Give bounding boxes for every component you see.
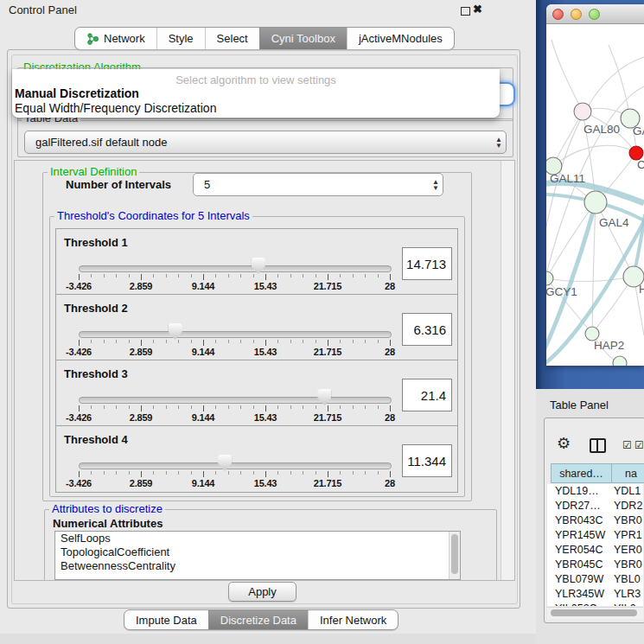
slider-track[interactable] xyxy=(79,462,392,469)
network-node[interactable] xyxy=(613,356,627,366)
slider-tick xyxy=(116,471,117,475)
attribute-list-item[interactable]: TopologicalCoefficient xyxy=(55,545,460,559)
tab-discretize-data[interactable]: Discretize Data xyxy=(208,610,308,629)
apply-button[interactable]: Apply xyxy=(228,582,296,602)
slider-tick xyxy=(303,274,303,277)
tab-infer-network[interactable]: Infer Network xyxy=(308,610,398,629)
table-panel-box: ⚙ ☑ ☑ shared… na YDL19…YDL1YDR27…YDR2YBR… xyxy=(544,418,644,623)
dropdown-option[interactable]: Equal Width/Frequency Discretization xyxy=(12,101,500,116)
node-label: GAL80 xyxy=(583,123,620,136)
table-row[interactable]: YER054CYER0 xyxy=(547,543,643,558)
threshold-value-field[interactable]: 6.316 xyxy=(402,313,452,346)
column-header-name[interactable]: na xyxy=(612,463,644,483)
attributes-scrollbar[interactable] xyxy=(449,532,460,579)
table-hscrollbar-thumb[interactable] xyxy=(551,609,637,616)
slider-track[interactable] xyxy=(79,265,392,272)
slider-tick xyxy=(141,340,142,346)
slider-tick xyxy=(328,340,328,346)
slider-tick xyxy=(79,274,80,280)
number-of-intervals-label: Number of Intervals xyxy=(66,178,171,191)
close-panel-icon[interactable]: ✖ xyxy=(473,3,482,16)
dropdown-option[interactable]: Manual Discretization xyxy=(12,86,500,101)
table-row[interactable]: YDL19…YDL1 xyxy=(547,484,643,499)
checkbox-icon[interactable]: ☑ xyxy=(622,439,632,451)
attribute-list-item[interactable]: SelfLoops xyxy=(55,532,460,545)
minimize-traffic-light[interactable] xyxy=(571,9,582,20)
close-traffic-light[interactable] xyxy=(552,9,564,20)
threshold-label: Threshold 1 xyxy=(64,236,128,249)
gear-icon[interactable]: ⚙ xyxy=(557,436,571,451)
table-row[interactable]: YBL079WYBL0 xyxy=(547,572,643,587)
slider-tick xyxy=(240,471,241,475)
slider-tick xyxy=(215,340,216,343)
tab-impute-data[interactable]: Impute Data xyxy=(124,610,208,629)
slider-tick xyxy=(277,340,278,343)
slider-tick xyxy=(340,274,341,277)
float-window-icon[interactable] xyxy=(461,7,470,16)
split-view-icon[interactable] xyxy=(590,438,606,453)
cell-name: YBR0 xyxy=(614,514,642,526)
table-row[interactable]: YLR345WYLR3 xyxy=(547,587,643,602)
slider-tick xyxy=(378,340,379,343)
table-data-combobox[interactable]: galFiltered.sif default node ▲▼ xyxy=(24,131,507,154)
slider-tick xyxy=(191,340,192,343)
slider-tick xyxy=(253,405,254,409)
tick-label: 28 xyxy=(359,478,421,488)
cell-shared-name: YDR27… xyxy=(555,500,601,512)
control-panel: Control Panel ✖ Network Style Select xyxy=(0,0,536,644)
slider-tick xyxy=(265,340,266,346)
settings-scrollbar[interactable] xyxy=(501,161,515,580)
tab-select[interactable]: Select xyxy=(205,28,259,49)
cell-name: YBL0 xyxy=(614,573,641,585)
network-node[interactable] xyxy=(574,103,591,120)
number-of-intervals-combobox[interactable]: 5 ▲▼ xyxy=(193,173,443,196)
attributes-scrollbar-thumb[interactable] xyxy=(451,534,458,574)
tab-jactivemnodules[interactable]: jActiveMNodules xyxy=(347,28,454,49)
network-canvas[interactable]: GAL80GACGAL11GAL4GCY1HHAP2 xyxy=(546,24,644,366)
threshold-value-field[interactable]: 21.4 xyxy=(402,379,452,411)
threshold-label: Threshold 4 xyxy=(64,433,128,446)
attribute-list-item[interactable]: BetweennessCentrality xyxy=(55,559,460,573)
combo-stepper-icon: ▲▼ xyxy=(429,179,443,191)
threshold-value-field[interactable]: 11.344 xyxy=(402,444,452,477)
network-node[interactable] xyxy=(546,271,553,285)
table-row[interactable]: YBR045CYBR0 xyxy=(547,558,643,572)
table-row[interactable]: YIL052CYIL0 xyxy=(547,602,643,606)
cell-shared-name: YPR145W xyxy=(555,529,605,541)
tab-cyni-toolbox[interactable]: Cyni Toolbox xyxy=(259,28,347,49)
column-header-shared-name[interactable]: shared… xyxy=(551,463,612,483)
slider-tick xyxy=(104,471,105,475)
table-horizontal-scrollbar[interactable] xyxy=(547,607,643,619)
slider-track[interactable] xyxy=(79,397,392,404)
tab-network[interactable]: Network xyxy=(75,28,156,49)
slider-tick xyxy=(365,340,366,343)
numerical-attributes-list[interactable]: SelfLoopsTopologicalCoefficientBetweenne… xyxy=(54,531,461,580)
zoom-traffic-light[interactable] xyxy=(589,9,600,20)
slider-tick xyxy=(116,405,117,409)
node-label: GAL11 xyxy=(550,172,585,185)
network-window-titlebar[interactable] xyxy=(546,4,644,24)
tick-label: 28 xyxy=(359,281,421,291)
slider-tick xyxy=(390,405,391,411)
slider-tick xyxy=(79,405,80,411)
table-row[interactable]: YBR043CYBR0 xyxy=(547,513,643,528)
tab-style[interactable]: Style xyxy=(156,28,205,49)
slider-track[interactable] xyxy=(79,331,392,338)
network-node-labels: GAL80GACGAL11GAL4GCY1HHAP2 xyxy=(546,123,644,352)
network-node[interactable] xyxy=(584,191,607,214)
tick-label: 21.715 xyxy=(296,478,359,488)
slider-tick xyxy=(178,340,179,343)
network-icon xyxy=(86,33,99,45)
slider-tick xyxy=(390,471,391,477)
threshold-value-field[interactable]: 14.713 xyxy=(402,247,452,280)
slider-tick xyxy=(203,274,204,280)
slider-tick xyxy=(328,274,328,280)
table-row[interactable]: YPR145WYPR1 xyxy=(547,528,643,543)
panel-bottom-strip xyxy=(0,634,536,644)
slider-tick xyxy=(277,405,278,409)
checkbox-icon[interactable]: ☑ xyxy=(634,439,644,451)
slider-tick xyxy=(277,274,278,277)
dropdown-option-list: Manual DiscretizationEqual Width/Frequen… xyxy=(12,86,500,116)
slider-tick xyxy=(290,340,291,343)
table-row[interactable]: YDR27…YDR2 xyxy=(547,499,643,513)
